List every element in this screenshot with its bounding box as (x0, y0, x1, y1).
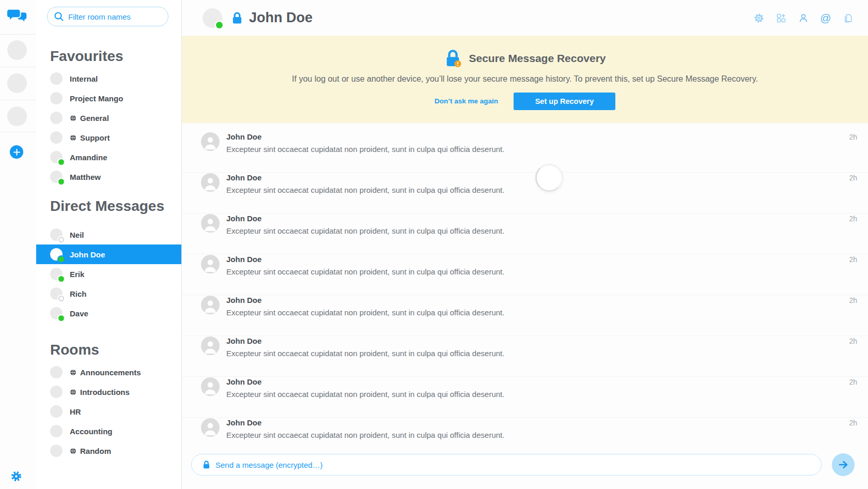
public-room-globe-icon (70, 115, 76, 121)
sidebar-item-amandine[interactable]: Amandine (36, 147, 181, 167)
section-list: Internal Project Mango General (36, 69, 181, 187)
presence-indicator (58, 256, 64, 262)
sidebar-sections: Favourites Internal Project Mango Genera… (36, 45, 181, 461)
message-timestamp: 2h (849, 336, 857, 376)
sidebar-item-announcements[interactable]: Announcements (36, 362, 181, 382)
presence-indicator (58, 276, 64, 282)
message-row: John Doe Excepteur sint occaecat cupidat… (182, 336, 868, 377)
section-list: Neil John Doe Erik Rich (36, 225, 181, 323)
public-room-globe-icon (70, 448, 76, 454)
mentions-icon[interactable]: @ (818, 10, 833, 26)
room-name: General (80, 114, 109, 123)
rail-divider (0, 67, 36, 67)
room-avatar (50, 268, 63, 280)
user-settings-button[interactable] (11, 471, 22, 482)
room-name: HR (70, 407, 81, 416)
presence-indicator (216, 22, 223, 28)
sender-avatar-icon (201, 132, 220, 151)
sidebar-item-general[interactable]: General (36, 108, 181, 128)
sender-avatar-icon (201, 337, 220, 355)
sidebar-item-project-mango[interactable]: Project Mango (36, 88, 181, 108)
message-sender: John Doe (226, 214, 849, 223)
message-text: Excepteur sint occaecat cupidatat non pr… (226, 389, 849, 399)
set-up-recovery-button[interactable]: Set up Recovery (514, 93, 615, 110)
add-space-button[interactable] (10, 145, 23, 159)
room-name: Random (80, 447, 111, 455)
public-room-globe-icon (70, 134, 76, 141)
message-text: Excepteur sint occaecat cupidatat non pr… (226, 430, 849, 440)
sidebar-item-erik[interactable]: Erik (36, 264, 181, 284)
room-avatar (50, 425, 63, 437)
room-avatar (50, 248, 63, 261)
encrypted-lock-icon (231, 11, 243, 25)
message-sender: John Doe (226, 337, 849, 346)
message-sender: John Doe (226, 296, 849, 305)
room-list-sidebar: Favourites Internal Project Mango Genera… (36, 0, 182, 489)
sidebar-section: Rooms Announcements Introductions (36, 339, 181, 461)
send-button[interactable] (832, 453, 855, 476)
room-settings-icon[interactable] (751, 10, 767, 26)
message-sender: John Doe (226, 377, 849, 387)
room-name: Neil (70, 231, 84, 239)
rail-space-avatar-1[interactable] (7, 40, 27, 60)
search-icon (54, 11, 64, 22)
message-row: John Doe Excepteur sint occaecat cupidat… (182, 132, 868, 173)
add-widget-icon[interactable] (773, 10, 789, 26)
filter-room-names-input[interactable] (47, 7, 168, 26)
dont-ask-again-link[interactable]: Don’t ask me again (435, 97, 498, 105)
main-panel: John Doe (182, 0, 868, 489)
space-rail (0, 0, 36, 489)
sidebar-item-introductions[interactable]: Introductions (36, 382, 181, 402)
sender-avatar-icon (201, 255, 220, 273)
sidebar-item-internal[interactable]: Internal (36, 69, 181, 88)
rail-space-avatar-3[interactable] (7, 106, 27, 126)
message-timestamp: 2h (849, 295, 857, 335)
message-input[interactable] (191, 454, 822, 476)
public-room-globe-icon (70, 389, 76, 395)
sidebar-item-hr[interactable]: HR (36, 402, 181, 421)
room-avatar (50, 112, 63, 124)
message-timeline: John Doe Excepteur sint occaecat cupidat… (182, 123, 868, 450)
sender-avatar-icon (201, 418, 220, 437)
room-name: Announcements (80, 368, 141, 377)
room-avatar (50, 228, 63, 241)
presence-indicator (58, 315, 64, 321)
rail-divider (0, 100, 36, 100)
files-icon[interactable] (840, 10, 856, 26)
members-icon[interactable] (796, 10, 811, 26)
chat-app: Favourites Internal Project Mango Genera… (0, 0, 868, 489)
room-name: Internal (70, 74, 98, 83)
sidebar-item-accounting[interactable]: Accounting (36, 421, 181, 441)
sender-avatar-icon (201, 214, 220, 233)
presence-indicator (58, 237, 64, 242)
sidebar-item-dave[interactable]: Dave (36, 303, 181, 323)
message-text: Excepteur sint occaecat cupidatat non pr… (226, 226, 849, 236)
room-avatar (50, 72, 63, 85)
presence-indicator (58, 159, 64, 165)
room-name: Amandine (70, 153, 107, 162)
room-avatar (50, 287, 63, 300)
room-name: Matthew (70, 173, 101, 181)
room-avatar (50, 307, 63, 319)
sidebar-item-john-doe[interactable]: John Doe (36, 244, 181, 264)
sidebar-item-support[interactable]: Support (36, 128, 181, 147)
section-list: Announcements Introductions HR Accountin… (36, 362, 181, 461)
chat-header: John Doe (182, 0, 868, 36)
rail-space-avatar-2[interactable] (7, 73, 27, 93)
sidebar-item-matthew[interactable]: Matthew (36, 167, 181, 187)
lock-warning-icon (444, 49, 462, 68)
room-avatar (50, 131, 63, 144)
sidebar-item-random[interactable]: Random (36, 441, 181, 461)
header-actions: @ (751, 10, 856, 26)
room-name: Support (80, 133, 110, 142)
sidebar-item-neil[interactable]: Neil (36, 225, 181, 244)
room-name: Rich (70, 289, 87, 298)
room-avatar (50, 151, 63, 163)
message-sender: John Doe (226, 255, 849, 264)
room-name: Introductions (80, 388, 130, 396)
banner-description: If you log out or use another device, yo… (292, 74, 758, 84)
message-timestamp: 2h (849, 254, 857, 295)
sender-avatar-icon (201, 377, 220, 396)
room-avatar (50, 445, 63, 457)
sidebar-item-rich[interactable]: Rich (36, 284, 181, 303)
